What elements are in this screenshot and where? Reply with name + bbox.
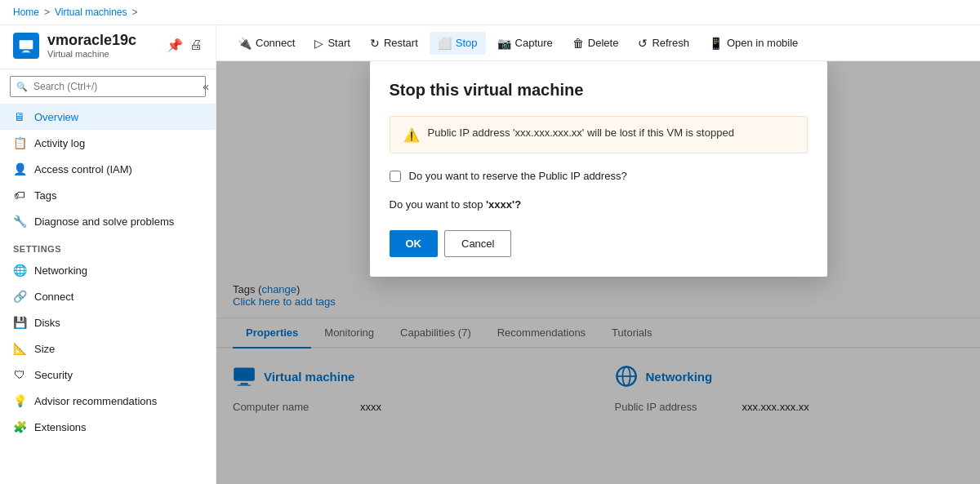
security-icon: 🛡 <box>13 368 26 381</box>
dialog-buttons: OK Cancel <box>390 230 808 257</box>
connect-toolbar-icon: 🔌 <box>238 37 252 50</box>
open-mobile-btn-label: Open in mobile <box>727 37 798 49</box>
capture-button[interactable]: 📷 Capture <box>489 32 561 55</box>
sidebar: vmoracle19c Virtual machine 📌 🖨 « 🖥 Over… <box>0 25 216 484</box>
svg-rect-0 <box>20 40 33 49</box>
warning-icon: ⚠️ <box>403 127 420 143</box>
vm-actions: 📌 🖨 <box>167 38 203 53</box>
nav-connect[interactable]: 🔗 Connect <box>0 283 216 309</box>
advisor-label: Advisor recommendations <box>34 395 157 407</box>
diagnose-icon: 🔧 <box>13 215 26 228</box>
nav-networking[interactable]: 🌐 Networking <box>0 257 216 283</box>
vm-title-block: vmoracle19c Virtual machine <box>47 32 158 59</box>
nav-activity-log[interactable]: 📋 Activity log <box>0 130 216 156</box>
reserve-ip-row: Do you want to reserve the Public IP add… <box>390 170 808 182</box>
overview-label: Overview <box>34 111 78 123</box>
nav-advisor[interactable]: 💡 Advisor recommendations <box>0 388 216 414</box>
warning-text: Public IP address 'xxx.xxx.xxx.xx' will … <box>428 127 734 139</box>
networking-label: Networking <box>34 264 87 277</box>
breadcrumb: Home > Virtual machines > <box>0 0 980 25</box>
app-container: Home > Virtual machines > vmoracle19c Vi… <box>0 0 980 484</box>
nav-disks[interactable]: 💾 Disks <box>0 309 216 335</box>
dialog-title: Stop this virtual machine <box>390 81 808 100</box>
size-icon: 📐 <box>13 342 26 355</box>
access-control-label: Access control (IAM) <box>34 163 132 175</box>
confirm-prefix: Do you want to stop <box>390 198 483 211</box>
confirm-vm-name: 'xxxx'? <box>486 198 521 211</box>
activity-log-icon: 📋 <box>13 136 26 149</box>
warning-box: ⚠️ Public IP address 'xxx.xxx.xxx.xx' wi… <box>390 116 808 153</box>
nav-diagnose[interactable]: 🔧 Diagnose and solve problems <box>0 208 216 234</box>
capture-icon: 📷 <box>497 37 511 50</box>
stop-icon: ⬜ <box>438 37 452 50</box>
page-area: Stop this virtual machine ⚠️ Public IP a… <box>216 61 980 484</box>
toolbar: 🔌 Connect ▷ Start ↻ Restart ⬜ Stop 📷 <box>216 25 980 61</box>
stop-button[interactable]: ⬜ Stop <box>430 32 486 55</box>
stop-btn-label: Stop <box>456 37 478 49</box>
main-layout: vmoracle19c Virtual machine 📌 🖨 « 🖥 Over… <box>0 25 980 484</box>
nav-tags[interactable]: 🏷 Tags <box>0 182 216 208</box>
start-icon: ▷ <box>314 37 323 50</box>
extensions-icon: 🧩 <box>13 420 26 433</box>
search-input[interactable] <box>10 76 206 97</box>
capture-btn-label: Capture <box>515 37 553 49</box>
restart-btn-label: Restart <box>384 37 418 49</box>
vm-icon <box>13 33 39 59</box>
start-btn-label: Start <box>327 37 350 49</box>
collapse-button[interactable]: « <box>203 80 209 93</box>
connect-label: Connect <box>34 291 74 303</box>
vm-subtitle: Virtual machine <box>47 49 158 59</box>
restart-icon: ↻ <box>370 37 380 50</box>
start-button[interactable]: ▷ Start <box>306 32 358 55</box>
settings-section-title: Settings <box>0 234 216 257</box>
size-label: Size <box>34 343 55 355</box>
nav-extensions[interactable]: 🧩 Extensions <box>0 414 216 440</box>
refresh-icon: ↺ <box>638 37 648 50</box>
vm-header: vmoracle19c Virtual machine 📌 🖨 <box>0 25 216 69</box>
svg-rect-1 <box>24 50 29 51</box>
stop-vm-dialog: Stop this virtual machine ⚠️ Public IP a… <box>370 61 827 277</box>
security-label: Security <box>34 369 73 381</box>
delete-button[interactable]: 🗑 Delete <box>564 32 627 55</box>
open-mobile-button[interactable]: 📱 Open in mobile <box>701 32 806 55</box>
vm-name: vmoracle19c <box>47 32 158 49</box>
nav-overview[interactable]: 🖥 Overview <box>0 104 216 130</box>
reserve-ip-label[interactable]: Do you want to reserve the Public IP add… <box>409 170 627 182</box>
confirm-text: Do you want to stop 'xxxx'? <box>390 198 808 211</box>
tags-label: Tags <box>34 189 56 202</box>
networking-icon: 🌐 <box>13 264 26 277</box>
main-content: 🔌 Connect ▷ Start ↻ Restart ⬜ Stop 📷 <box>216 25 980 484</box>
breadcrumb-sep1: > <box>44 7 50 18</box>
activity-log-label: Activity log <box>34 137 85 149</box>
disks-label: Disks <box>34 317 60 329</box>
dialog-overlay: Stop this virtual machine ⚠️ Public IP a… <box>216 61 980 484</box>
cancel-button[interactable]: Cancel <box>444 230 511 257</box>
delete-btn-label: Delete <box>588 37 619 49</box>
refresh-btn-label: Refresh <box>652 37 689 49</box>
refresh-button[interactable]: ↺ Refresh <box>630 32 697 55</box>
ok-button[interactable]: OK <box>390 230 439 257</box>
diagnose-label: Diagnose and solve problems <box>34 215 174 228</box>
svg-rect-2 <box>22 51 30 52</box>
tags-icon: 🏷 <box>13 189 26 202</box>
nav-security[interactable]: 🛡 Security <box>0 362 216 388</box>
access-control-icon: 👤 <box>13 162 26 175</box>
reserve-ip-checkbox[interactable] <box>390 171 401 182</box>
print-icon[interactable]: 🖨 <box>189 38 203 53</box>
connect-btn-label: Connect <box>256 37 295 49</box>
search-box: « <box>0 69 216 104</box>
nav-size[interactable]: 📐 Size <box>0 335 216 362</box>
extensions-label: Extensions <box>34 421 87 433</box>
vm-icon-svg <box>18 38 34 54</box>
advisor-icon: 💡 <box>13 394 26 407</box>
connect-button[interactable]: 🔌 Connect <box>229 32 303 55</box>
mobile-icon: 📱 <box>709 37 723 50</box>
breadcrumb-vms[interactable]: Virtual machines <box>55 7 127 18</box>
delete-icon: 🗑 <box>572 37 584 50</box>
nav-access-control[interactable]: 👤 Access control (IAM) <box>0 156 216 182</box>
connect-icon: 🔗 <box>13 290 26 303</box>
pin-icon[interactable]: 📌 <box>167 38 183 53</box>
breadcrumb-home[interactable]: Home <box>13 7 39 18</box>
overview-icon: 🖥 <box>13 110 26 123</box>
restart-button[interactable]: ↻ Restart <box>362 32 426 55</box>
